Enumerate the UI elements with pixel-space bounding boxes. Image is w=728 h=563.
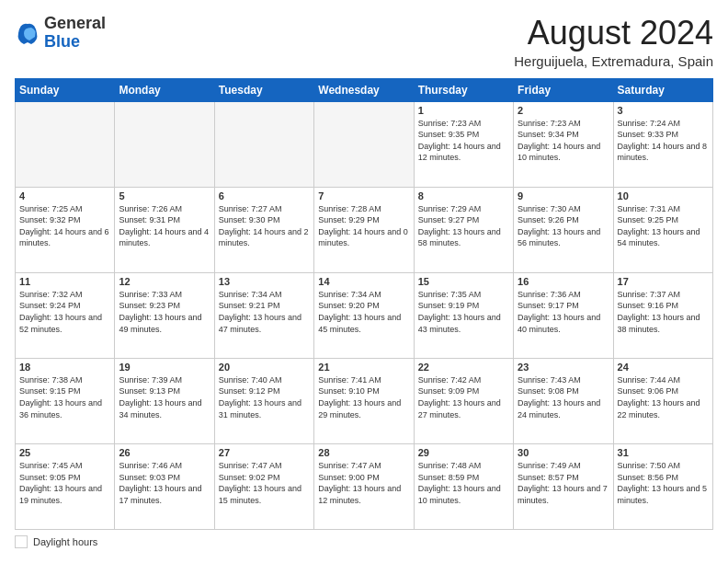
calendar-cell: 10Sunrise: 7:31 AM Sunset: 9:25 PM Dayli… <box>613 187 712 272</box>
col-thursday: Thursday <box>414 78 513 101</box>
footer-box <box>15 535 28 548</box>
logo-icon <box>15 20 40 46</box>
day-number: 21 <box>318 362 409 373</box>
calendar-cell: 5Sunrise: 7:26 AM Sunset: 9:31 PM Daylig… <box>115 187 214 272</box>
calendar-cell: 2Sunrise: 7:23 AM Sunset: 9:34 PM Daylig… <box>514 101 613 187</box>
day-number: 1 <box>418 105 509 116</box>
day-number: 10 <box>618 190 709 201</box>
location: Herguijuela, Extremadura, Spain <box>514 53 713 69</box>
calendar-cell: 25Sunrise: 7:45 AM Sunset: 9:05 PM Dayli… <box>16 443 115 529</box>
calendar-cell: 4Sunrise: 7:25 AM Sunset: 9:32 PM Daylig… <box>16 187 115 272</box>
calendar-cell: 22Sunrise: 7:42 AM Sunset: 9:09 PM Dayli… <box>414 358 513 443</box>
day-number: 27 <box>219 447 310 458</box>
calendar-cell: 20Sunrise: 7:40 AM Sunset: 9:12 PM Dayli… <box>214 358 313 443</box>
calendar-cell: 13Sunrise: 7:34 AM Sunset: 9:21 PM Dayli… <box>214 272 313 358</box>
day-number: 11 <box>19 276 110 287</box>
day-info: Sunrise: 7:50 AM Sunset: 8:56 PM Dayligh… <box>618 460 709 506</box>
col-wednesday: Wednesday <box>314 78 414 101</box>
calendar-week-1: 1Sunrise: 7:23 AM Sunset: 9:35 PM Daylig… <box>16 101 713 187</box>
day-number: 24 <box>618 362 709 373</box>
day-info: Sunrise: 7:29 AM Sunset: 9:27 PM Dayligh… <box>418 203 509 249</box>
day-number: 5 <box>119 190 210 201</box>
logo-blue: Blue <box>44 33 106 52</box>
calendar-cell <box>214 101 313 187</box>
day-info: Sunrise: 7:23 AM Sunset: 9:34 PM Dayligh… <box>518 118 609 164</box>
calendar-cell: 17Sunrise: 7:37 AM Sunset: 9:16 PM Dayli… <box>613 272 712 358</box>
day-number: 6 <box>219 190 310 201</box>
calendar-cell: 30Sunrise: 7:49 AM Sunset: 8:57 PM Dayli… <box>514 443 613 529</box>
col-friday: Friday <box>514 78 613 101</box>
day-info: Sunrise: 7:49 AM Sunset: 8:57 PM Dayligh… <box>518 460 609 506</box>
logo-general: General <box>44 15 106 33</box>
day-info: Sunrise: 7:34 AM Sunset: 9:20 PM Dayligh… <box>318 289 409 335</box>
calendar-cell: 15Sunrise: 7:35 AM Sunset: 9:19 PM Dayli… <box>414 272 513 358</box>
day-number: 15 <box>418 276 509 287</box>
day-number: 26 <box>119 447 210 458</box>
day-info: Sunrise: 7:27 AM Sunset: 9:30 PM Dayligh… <box>219 203 310 249</box>
day-number: 4 <box>19 190 110 201</box>
day-info: Sunrise: 7:47 AM Sunset: 9:00 PM Dayligh… <box>318 460 409 506</box>
calendar-cell: 23Sunrise: 7:43 AM Sunset: 9:08 PM Dayli… <box>514 358 613 443</box>
day-number: 17 <box>618 276 709 287</box>
day-number: 2 <box>518 105 609 116</box>
calendar-cell: 12Sunrise: 7:33 AM Sunset: 9:23 PM Dayli… <box>115 272 214 358</box>
calendar-cell: 16Sunrise: 7:36 AM Sunset: 9:17 PM Dayli… <box>514 272 613 358</box>
day-number: 19 <box>119 362 210 373</box>
day-info: Sunrise: 7:25 AM Sunset: 9:32 PM Dayligh… <box>19 203 110 249</box>
day-number: 13 <box>219 276 310 287</box>
calendar-cell: 11Sunrise: 7:32 AM Sunset: 9:24 PM Dayli… <box>16 272 115 358</box>
day-info: Sunrise: 7:36 AM Sunset: 9:17 PM Dayligh… <box>518 289 609 335</box>
day-number: 7 <box>318 190 409 201</box>
title-block: August 2024 Herguijuela, Extremadura, Sp… <box>514 15 713 69</box>
day-info: Sunrise: 7:24 AM Sunset: 9:33 PM Dayligh… <box>618 118 709 164</box>
calendar-cell: 26Sunrise: 7:46 AM Sunset: 9:03 PM Dayli… <box>115 443 214 529</box>
day-info: Sunrise: 7:39 AM Sunset: 9:13 PM Dayligh… <box>119 374 210 420</box>
page: General Blue August 2024 Herguijuela, Ex… <box>0 0 728 563</box>
col-tuesday: Tuesday <box>214 78 313 101</box>
day-info: Sunrise: 7:46 AM Sunset: 9:03 PM Dayligh… <box>119 460 210 506</box>
day-info: Sunrise: 7:42 AM Sunset: 9:09 PM Dayligh… <box>418 374 509 420</box>
day-number: 16 <box>518 276 609 287</box>
calendar-cell: 1Sunrise: 7:23 AM Sunset: 9:35 PM Daylig… <box>414 101 513 187</box>
day-number: 9 <box>518 190 609 201</box>
day-info: Sunrise: 7:37 AM Sunset: 9:16 PM Dayligh… <box>618 289 709 335</box>
day-info: Sunrise: 7:32 AM Sunset: 9:24 PM Dayligh… <box>19 289 110 335</box>
calendar-week-5: 25Sunrise: 7:45 AM Sunset: 9:05 PM Dayli… <box>16 443 713 529</box>
footer-label: Daylight hours <box>33 536 97 547</box>
logo: General Blue <box>15 15 106 52</box>
day-info: Sunrise: 7:44 AM Sunset: 9:06 PM Dayligh… <box>618 374 709 420</box>
calendar-table: Sunday Monday Tuesday Wednesday Thursday… <box>15 78 713 530</box>
day-number: 3 <box>618 105 709 116</box>
day-number: 31 <box>618 447 709 458</box>
day-info: Sunrise: 7:47 AM Sunset: 9:02 PM Dayligh… <box>219 460 310 506</box>
calendar-cell: 24Sunrise: 7:44 AM Sunset: 9:06 PM Dayli… <box>613 358 712 443</box>
day-info: Sunrise: 7:40 AM Sunset: 9:12 PM Dayligh… <box>219 374 310 420</box>
col-sunday: Sunday <box>16 78 115 101</box>
calendar-cell: 6Sunrise: 7:27 AM Sunset: 9:30 PM Daylig… <box>214 187 313 272</box>
calendar-header-row: Sunday Monday Tuesday Wednesday Thursday… <box>16 78 713 101</box>
calendar-cell: 3Sunrise: 7:24 AM Sunset: 9:33 PM Daylig… <box>613 101 712 187</box>
calendar-cell: 21Sunrise: 7:41 AM Sunset: 9:10 PM Dayli… <box>314 358 414 443</box>
day-number: 28 <box>318 447 409 458</box>
calendar-week-2: 4Sunrise: 7:25 AM Sunset: 9:32 PM Daylig… <box>16 187 713 272</box>
calendar-cell <box>115 101 214 187</box>
day-number: 22 <box>418 362 509 373</box>
calendar-cell: 9Sunrise: 7:30 AM Sunset: 9:26 PM Daylig… <box>514 187 613 272</box>
col-saturday: Saturday <box>613 78 712 101</box>
month-year: August 2024 <box>514 15 713 52</box>
day-number: 30 <box>518 447 609 458</box>
day-info: Sunrise: 7:41 AM Sunset: 9:10 PM Dayligh… <box>318 374 409 420</box>
day-number: 20 <box>219 362 310 373</box>
calendar-cell: 31Sunrise: 7:50 AM Sunset: 8:56 PM Dayli… <box>613 443 712 529</box>
logo-text: General Blue <box>44 15 106 52</box>
day-info: Sunrise: 7:23 AM Sunset: 9:35 PM Dayligh… <box>418 118 509 164</box>
day-number: 25 <box>19 447 110 458</box>
footer: Daylight hours <box>15 535 713 548</box>
day-number: 12 <box>119 276 210 287</box>
calendar-cell: 18Sunrise: 7:38 AM Sunset: 9:15 PM Dayli… <box>16 358 115 443</box>
calendar-week-3: 11Sunrise: 7:32 AM Sunset: 9:24 PM Dayli… <box>16 272 713 358</box>
day-info: Sunrise: 7:34 AM Sunset: 9:21 PM Dayligh… <box>219 289 310 335</box>
day-info: Sunrise: 7:30 AM Sunset: 9:26 PM Dayligh… <box>518 203 609 249</box>
day-info: Sunrise: 7:43 AM Sunset: 9:08 PM Dayligh… <box>518 374 609 420</box>
day-number: 29 <box>418 447 509 458</box>
